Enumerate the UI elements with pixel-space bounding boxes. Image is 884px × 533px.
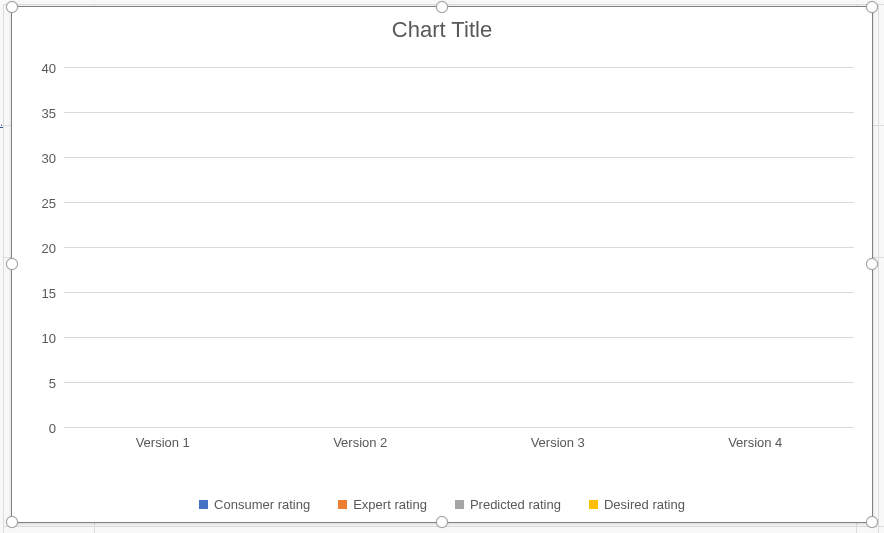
sheet-cell-fragment: . — [0, 116, 10, 128]
chart-object[interactable]: Chart Title 40 35 30 25 20 15 10 5 0 — [11, 6, 873, 523]
x-tick-label: Version 2 — [270, 435, 450, 450]
legend-label: Desired rating — [604, 497, 685, 512]
x-tick-label: Version 3 — [468, 435, 648, 450]
y-tick-label: 25 — [26, 196, 56, 211]
selection-handle-s[interactable] — [436, 516, 448, 528]
legend-label: Predicted rating — [470, 497, 561, 512]
selection-handle-n[interactable] — [436, 1, 448, 13]
y-tick-label: 15 — [26, 286, 56, 301]
legend-label: Expert rating — [353, 497, 427, 512]
x-tick-label: Version 1 — [73, 435, 253, 450]
legend-item-desired[interactable]: Desired rating — [589, 497, 685, 512]
y-tick-label: 0 — [26, 421, 56, 436]
legend-swatch — [455, 500, 464, 509]
selection-handle-ne[interactable] — [866, 1, 878, 13]
y-tick-label: 10 — [26, 331, 56, 346]
sheet-gridline — [3, 4, 4, 533]
gridline: 0 — [64, 427, 854, 428]
legend-label: Consumer rating — [214, 497, 310, 512]
selection-handle-nw[interactable] — [6, 1, 18, 13]
legend-item-consumer[interactable]: Consumer rating — [199, 497, 310, 512]
bars-container: Version 1 Version 2 Version 3 — [64, 67, 854, 427]
legend-item-expert[interactable]: Expert rating — [338, 497, 427, 512]
legend-item-predicted[interactable]: Predicted rating — [455, 497, 561, 512]
y-tick-label: 20 — [26, 241, 56, 256]
selection-handle-sw[interactable] — [6, 516, 18, 528]
legend[interactable]: Consumer rating Expert rating Predicted … — [12, 497, 872, 512]
x-tick-label: Version 4 — [665, 435, 845, 450]
y-tick-label: 5 — [26, 376, 56, 391]
app-stage: . Chart Title 40 35 30 25 20 15 10 5 0 — [0, 0, 884, 533]
legend-swatch — [199, 500, 208, 509]
sheet-gridline — [878, 4, 879, 533]
selection-handle-e[interactable] — [866, 258, 878, 270]
y-tick-label: 35 — [26, 106, 56, 121]
selection-handle-w[interactable] — [6, 258, 18, 270]
legend-swatch — [589, 500, 598, 509]
plot-area[interactable]: 40 35 30 25 20 15 10 5 0 Version 1 — [64, 67, 854, 427]
legend-swatch — [338, 500, 347, 509]
y-tick-label: 30 — [26, 151, 56, 166]
y-tick-label: 40 — [26, 61, 56, 76]
chart-title[interactable]: Chart Title — [12, 17, 872, 43]
selection-handle-se[interactable] — [866, 516, 878, 528]
